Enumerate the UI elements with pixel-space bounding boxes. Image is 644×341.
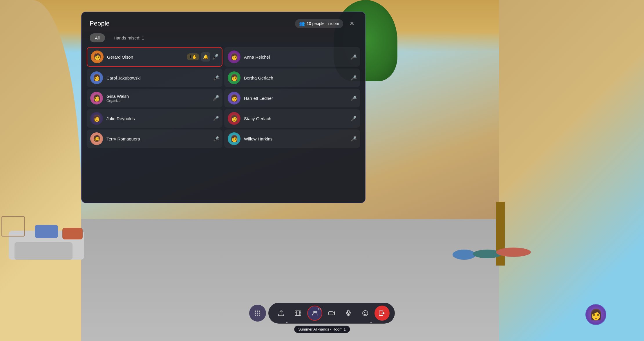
tooltip-text: Summer All-hands • Room 1: [294, 326, 350, 333]
person-info-carol: Carol Jakubowski: [106, 75, 213, 80]
avatar-bertha: 👩: [228, 71, 240, 84]
person-controls-julie: 🎤̶: [213, 116, 219, 121]
people-count-text: 10 people in room: [307, 21, 339, 26]
person-name-willow: Willow Harkins: [244, 136, 351, 141]
person-controls-gina: 🎤: [213, 95, 219, 101]
avatar-carol: 👩: [90, 71, 103, 84]
small-table: [1, 216, 25, 237]
person-row-gerard[interactable]: 🧑 Gerard Olson 1 ✋ 🔔 🎤: [87, 47, 222, 67]
mic-muted-icon-bertha: 🎤̶: [351, 75, 357, 81]
film-icon: [294, 310, 301, 317]
svg-point-5: [259, 313, 260, 314]
close-button[interactable]: ✕: [347, 18, 357, 29]
tab-hands-raised[interactable]: Hands raised: 1: [108, 33, 149, 42]
people-toolbar-icon: [311, 310, 318, 317]
avatar-harriett: 👩: [228, 92, 240, 104]
hand-emoji-gerard: ✋: [192, 55, 197, 59]
person-name-harriett: Harriett Ledner: [244, 96, 351, 101]
tab-all[interactable]: All: [90, 33, 105, 42]
person-controls-willow: 🎤̶: [351, 136, 357, 142]
leave-button[interactable]: [375, 306, 390, 321]
hand-badge-gerard[interactable]: 1 ✋: [187, 53, 199, 60]
person-row-willow[interactable]: 👩 Willow Harkins 🎤̶: [224, 129, 360, 148]
person-info-anna: Anna Reichel: [244, 55, 351, 59]
svg-point-3: [255, 313, 256, 314]
cylinder-red: [496, 248, 531, 257]
bg-wall-right: [499, 0, 644, 341]
share-caret: [286, 318, 288, 320]
person-name-stacy: Stacy Gerlach: [244, 116, 351, 121]
person-controls-carol: 🎤̶: [213, 75, 219, 81]
svg-point-7: [257, 315, 258, 316]
toolbar: 11: [249, 303, 395, 324]
content-button[interactable]: [290, 306, 305, 321]
svg-point-16: [313, 311, 315, 313]
person-row-anna[interactable]: 👩 Anna Reichel 🎤̶: [224, 47, 360, 67]
people-count-badge-toolbar: 11: [318, 307, 321, 311]
people-button[interactable]: 11: [307, 306, 322, 321]
svg-point-2: [259, 311, 260, 312]
toolbar-pill: 11: [268, 303, 395, 324]
person-name-bertha: Bertha Gerlach: [244, 75, 351, 80]
emoji-icon: [362, 310, 369, 317]
mic-muted-icon-julie: 🎤̶: [213, 116, 219, 121]
self-avatar-image: 👩: [589, 308, 603, 321]
svg-point-24: [366, 312, 366, 313]
grid-icon: [254, 310, 261, 316]
share-icon: [278, 310, 285, 317]
svg-rect-9: [295, 311, 301, 315]
mic-muted-icon-stacy: 🎤̶: [351, 116, 357, 121]
toolbar-tooltip: Summer All-hands • Room 1: [294, 326, 350, 333]
panel-title: People: [90, 20, 110, 27]
svg-point-0: [255, 311, 256, 312]
panel-header-right: 👥 10 people in room ✕: [295, 18, 357, 29]
people-grid: 🧑 Gerard Olson 1 ✋ 🔔 🎤 👩: [87, 47, 360, 148]
svg-point-6: [255, 315, 256, 316]
person-controls-stacy: 🎤̶: [351, 116, 357, 121]
person-name-julie: Julie Reynolds: [106, 116, 213, 121]
mic-icon-gina: 🎤: [213, 95, 219, 101]
person-row-gina[interactable]: 👩 Gina Walsh Organizer 🎤: [87, 89, 222, 107]
bell-button-gerard[interactable]: 🔔: [201, 52, 210, 62]
person-info-bertha: Bertha Gerlach: [244, 75, 351, 80]
person-name-gerard: Gerard Olson: [107, 55, 187, 59]
person-row-stacy[interactable]: 👩 Stacy Gerlach 🎤̶: [224, 109, 360, 128]
self-avatar[interactable]: 👩: [585, 304, 606, 325]
avatar-stacy: 👩: [228, 112, 240, 125]
svg-rect-18: [329, 312, 333, 315]
pillow-blue: [35, 225, 58, 238]
share-button[interactable]: [274, 306, 289, 321]
react-button[interactable]: [358, 306, 373, 321]
couch-cushion: [15, 242, 73, 260]
cylinder-blue: [453, 250, 476, 260]
mic-muted-icon-harriett: 🎤̶: [351, 95, 357, 101]
person-row-julie[interactable]: 👩 Julie Reynolds 🎤̶: [87, 109, 222, 128]
person-controls-gerard: 1 ✋ 🔔 🎤: [187, 52, 218, 62]
person-info-stacy: Stacy Gerlach: [244, 116, 351, 121]
person-row-carol[interactable]: 👩 Carol Jakubowski 🎤̶: [87, 68, 222, 87]
people-list: 🧑 Gerard Olson 1 ✋ 🔔 🎤 👩: [82, 47, 365, 203]
person-name-anna: Anna Reichel: [244, 55, 351, 59]
avatar-terry: 🧔: [90, 132, 103, 145]
svg-point-23: [364, 312, 365, 313]
bell-icon-gerard: 🔔: [203, 54, 209, 59]
avatar-gerard: 🧑: [91, 50, 104, 63]
person-info-harriett: Harriett Ledner: [244, 96, 351, 101]
mic-muted-icon-carol: 🎤̶: [213, 75, 219, 81]
mic-button[interactable]: [341, 306, 356, 321]
person-row-harriett[interactable]: 👩 Harriett Ledner 🎤̶: [224, 89, 360, 107]
person-row-terry[interactable]: 🧔 Terry Romaguera 🎤̶: [87, 129, 222, 148]
person-row-bertha[interactable]: 👩 Bertha Gerlach 🎤̶: [224, 68, 360, 87]
mic-muted-icon-terry: 🎤̶: [213, 136, 219, 142]
react-caret: [370, 318, 372, 320]
mic-icon-gerard: 🎤: [212, 54, 218, 60]
camera-icon: [328, 310, 335, 317]
avatar-willow: 👩: [228, 132, 240, 145]
dots-button[interactable]: [249, 305, 266, 322]
panel-header: People 👥 10 people in room ✕: [82, 12, 365, 33]
camera-button[interactable]: [324, 306, 339, 321]
person-name-gina: Gina Walsh: [106, 94, 213, 99]
person-info-gina: Gina Walsh Organizer: [106, 94, 213, 103]
person-info-willow: Willow Harkins: [244, 136, 351, 141]
person-controls-harriett: 🎤̶: [351, 95, 357, 101]
